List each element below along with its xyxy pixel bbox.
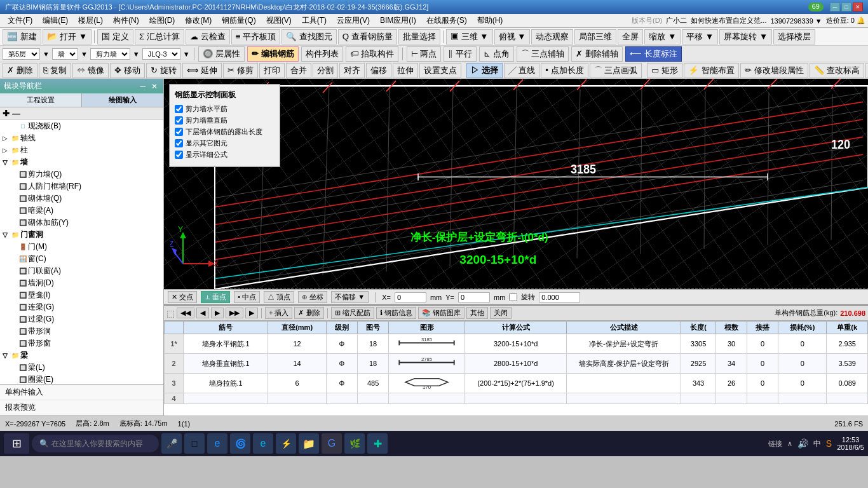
view-rebar-button[interactable]: Q 查看钢筋量 [338,29,397,44]
tree-beam[interactable]: 🔲 梁(L) [0,362,163,374]
menu-rebar-qty[interactable]: 钢筋量(Q) [217,14,261,27]
menu-file[interactable]: 文件(F) [3,14,37,27]
sidebar-remove-btn[interactable]: — [12,109,20,118]
nav-jump-btn[interactable]: ▶ [245,308,258,318]
three-arc2-button[interactable]: ⌒ 三点画弧 [590,63,642,78]
menu-tools[interactable]: 工具(T) [297,14,332,27]
taskbar-folder-icon[interactable]: 📁 [299,433,319,454]
nav-next-btn[interactable]: ▶ [211,308,224,318]
rebar-lib-btn[interactable]: 📚 钢筋图库 [418,307,465,319]
3d-button[interactable]: ▣ 三维 ▼ [446,29,493,44]
select-draw-button[interactable]: ▷ 选择 [466,63,503,78]
snap-vertex[interactable]: △ 顶点 [264,291,294,303]
print-btn[interactable]: 打印 [259,63,285,78]
three-arc-button[interactable]: ⌒ 三点辅轴 [517,46,569,62]
menu-edit[interactable]: 编辑(E) [37,14,73,27]
tray-input[interactable]: 中 [813,438,821,449]
trim-btn[interactable]: ✂ 修剪 [223,63,258,78]
tree-door[interactable]: 🚪 门(M) [0,241,163,253]
tree-masonry-rebar[interactable]: 🔲 砌体加筋(Y) [0,217,163,229]
flat-top-button[interactable]: ≡ 平齐板顶 [231,29,280,44]
smart-place-button[interactable]: ⚡ 智能布置 [684,63,739,78]
snap-intersection[interactable]: ✕ 交点 [168,291,197,303]
menu-bim[interactable]: BIM应用(I) [375,14,421,27]
split-btn[interactable]: 分割 [313,63,338,78]
menu-floor[interactable]: 楼层(L) [73,14,108,27]
menu-help[interactable]: 帮助(H) [472,14,508,27]
taskbar-search-box[interactable]: 🔍 在这里输入你要搜索的内容 [32,435,159,452]
nav-last-btn[interactable]: ▶▶ [226,308,243,318]
rebar-check-5[interactable] [175,151,183,159]
nav-prev-btn[interactable]: ◀ [196,308,209,318]
menu-modify[interactable]: 修改(M) [180,14,217,27]
rebar-info-btn[interactable]: ℹ 钢筋信息 [376,307,416,319]
tree-masonry-wall[interactable]: 🔲 砌体墙(Q) [0,193,163,205]
length-mark-button[interactable]: ⟵ 长度标注 [625,46,682,62]
drag-btn[interactable]: 拉伸 [393,63,418,78]
find-elem-button[interactable]: 🔍 查找图元 [281,29,337,44]
tree-coupling-beam[interactable]: 🔲 连梁(G) [0,301,163,313]
rebar-check-4[interactable] [175,139,183,147]
tree-window[interactable]: 🪟 窗(C) [0,253,163,265]
menu-cloud[interactable]: 云应用(V) [332,14,375,27]
delete-row-btn[interactable]: ✗ 删除 [294,307,323,319]
open-button[interactable]: 📂 打开 ▼ [43,29,92,44]
angle-button[interactable]: ⊾ 点角 [479,46,514,62]
sidebar-minimize-btn[interactable]: ─ [138,82,147,91]
tree-door-window[interactable]: 🔲 门联窗(A) [0,265,163,277]
table-row[interactable]: 2 墙身垂直钢筋.1 14 Φ 18 2785 [165,354,868,374]
y-input[interactable] [458,292,490,302]
other-btn[interactable]: 其他 [466,307,488,319]
table-row[interactable]: 4 [165,393,868,404]
taskbar-mic-btn[interactable]: 🎤 [161,433,182,454]
taskbar-refresh-icon[interactable]: 🌀 [230,433,250,454]
modify-seg-button[interactable]: ✏ 修改墙段属性 [740,63,808,78]
minimize-button[interactable]: ─ [830,3,840,11]
menu-online[interactable]: 在线服务(S) [421,14,472,27]
component-type-select[interactable]: 墙 [52,48,78,60]
taskbar-clock[interactable]: 12:53 2018/6/5 [837,436,864,451]
fill-base-button[interactable]: ↓ 墙底平齐基础底 [865,63,868,78]
rebar-check-3[interactable] [175,128,183,136]
nav-first-btn[interactable]: ◀◀ [177,308,194,318]
table-row[interactable]: 3 墙身拉筋.1 6 Φ 485 170 (200-2*1 [165,374,868,393]
dynamic-view-button[interactable]: 动态观察 [531,29,573,44]
new-button[interactable]: 🆕 新建 [3,29,41,44]
start-button[interactable]: ⊞ [4,433,29,454]
tree-wall-hole[interactable]: 🔲 墙洞(D) [0,277,163,289]
sidebar-add-btn[interactable]: ✚ [3,109,10,118]
taskbar-chrome-icon[interactable]: ⚡ [276,433,296,454]
merge-btn[interactable]: 合并 [286,63,311,78]
project-settings-tab[interactable]: 工程设置 [0,93,82,107]
floor-select[interactable]: 第5层 [3,48,40,60]
tree-band-window[interactable]: 🔲 带形窗 [0,337,163,349]
snap-midpoint[interactable]: • 中点 [234,291,260,303]
tree-ring-beam[interactable]: 🔲 圈梁(E) [0,374,163,384]
rotate-button[interactable]: 屏幕旋转 ▼ [719,29,772,44]
define-button[interactable]: 国 定义 [97,29,133,44]
delete-btn[interactable]: ✗ 删除 [3,63,37,78]
fullscreen-button[interactable]: 全屏 [618,29,643,44]
tray-expand[interactable]: ∧ [787,440,792,448]
tree-doors-windows[interactable]: ▽ 📁 门窗洞 [0,229,163,241]
rebar-check-1[interactable] [175,105,183,113]
add-len-button[interactable]: • 点加长度 [541,63,588,78]
rotate-input[interactable] [539,292,580,302]
two-points-button[interactable]: ⊢ 两点 [407,46,442,62]
parallel-button[interactable]: ∥ 平行 [444,46,477,62]
viewport[interactable]: 3185 120 净长-保护层+设定弯折-\(0*d) 3200-15+10*d… [164,79,868,289]
rect-button[interactable]: ▭ 矩形 [647,63,682,78]
report-preview-btn[interactable]: 报表预览 [0,400,163,416]
snap-no-offset[interactable]: 不偏移 ▼ [331,291,369,303]
tray-volume[interactable]: 🔊 [797,438,808,449]
move-btn[interactable]: ✥ 移动 [110,63,145,78]
sum-button[interactable]: Σ 汇总计算 [135,29,184,44]
rotate-checkbox[interactable] [509,293,517,301]
taskbar-add-icon[interactable]: ✚ [367,433,388,454]
tree-column[interactable]: ▷ 📁 柱 [0,144,163,156]
single-component-btn[interactable]: 单构件输入 [0,385,163,400]
tree-beam-folder[interactable]: ▽ 📁 梁 [0,349,163,362]
cloud-check-button[interactable]: ☁ 云检查 [186,29,230,44]
offset-btn[interactable]: 偏移 [366,63,391,78]
layer-attr-button[interactable]: 🔘 层属性 [198,46,245,62]
